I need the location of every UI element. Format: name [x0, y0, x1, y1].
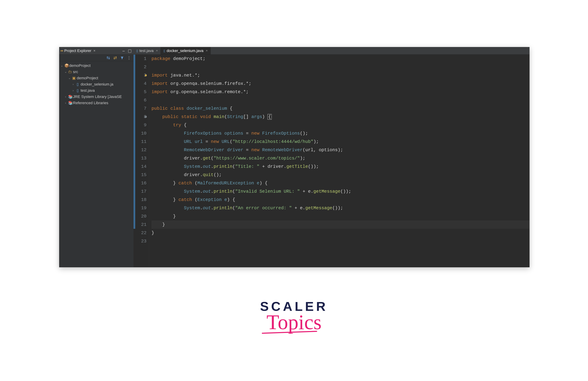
- code-line[interactable]: RemoteWebDriver driver = new RemoteWebDr…: [151, 146, 529, 154]
- project-explorer-title: Project Explorer: [64, 49, 91, 53]
- code-line[interactable]: import java.net.*;: [151, 71, 529, 79]
- code-line[interactable]: [151, 237, 529, 245]
- line-number: 7: [133, 104, 147, 113]
- code-line[interactable]: try {: [151, 121, 529, 129]
- code-line[interactable]: System.out.println("Invalid Selenium URL…: [151, 187, 529, 196]
- code-line[interactable]: }: [151, 220, 529, 229]
- tree-node-icon: 📚: [68, 100, 72, 106]
- expand-arrow-icon[interactable]: ⌄: [68, 75, 71, 81]
- filter-icon[interactable]: [120, 56, 125, 60]
- line-number: 6: [133, 96, 147, 104]
- line-number: 18: [133, 196, 147, 204]
- line-number: 13: [133, 154, 147, 162]
- tab-label: docker_selenium.java: [167, 49, 203, 53]
- code-line[interactable]: public class docker_selenium {: [151, 104, 529, 113]
- code-line[interactable]: package demoProject;: [151, 55, 529, 63]
- line-number: 5: [133, 88, 147, 96]
- tree-node-label: test.java: [81, 87, 95, 94]
- code-line[interactable]: [151, 63, 529, 71]
- close-icon[interactable]: ×: [93, 49, 96, 53]
- tree-node-icon: ▯: [76, 81, 80, 87]
- line-number: 1: [133, 55, 147, 63]
- code-line[interactable]: driver.quit();: [151, 171, 529, 179]
- expand-arrow-icon[interactable]: ⌄: [60, 62, 63, 69]
- java-file-icon: ▯: [164, 49, 165, 53]
- maximize-icon[interactable]: ▢: [127, 48, 132, 53]
- line-number: 19: [133, 204, 147, 212]
- code-editor[interactable]: package demoProject; import java.net.*;i…: [149, 55, 529, 267]
- line-number: 23: [133, 237, 147, 245]
- tree-item-src[interactable]: ⌄🗀src: [60, 69, 132, 75]
- editor-tab-bar: ▯test.java×▯docker_selenium.java×: [133, 47, 529, 55]
- tree-node-label: demoProject: [69, 62, 91, 69]
- tree-node-icon: 📚: [68, 94, 72, 100]
- line-number: 10: [133, 129, 147, 137]
- tree-item-docker-selenium-ja[interactable]: ›▯docker_selenium.ja: [60, 81, 132, 87]
- logo-text-topics: Topics: [260, 310, 328, 334]
- scaler-topics-logo: SCALER Topics: [260, 299, 328, 334]
- code-line[interactable]: System.out.println("An error occurred: "…: [151, 204, 529, 212]
- line-number: 17: [133, 187, 147, 196]
- project-tree: ⌄📦demoProject⌄🗀src⌄▣demoProject›▯docker_…: [59, 61, 133, 108]
- minimize-icon[interactable]: ‒: [121, 48, 126, 53]
- tree-item-test-java[interactable]: ›▯test.java: [60, 87, 132, 94]
- code-line[interactable]: System.out.println("Title: " + driver.ge…: [151, 162, 529, 171]
- link-editor-icon[interactable]: ⇄: [113, 56, 118, 60]
- editor-tab-test-java[interactable]: ▯test.java×: [133, 47, 161, 55]
- code-line[interactable]: FirefoxOptions options = new FirefoxOpti…: [151, 129, 529, 137]
- editor-area: ▯test.java×▯docker_selenium.java× 123456…: [133, 47, 529, 267]
- tree-node-label: docker_selenium.ja: [81, 81, 113, 87]
- expand-arrow-icon[interactable]: ›: [64, 100, 67, 106]
- java-file-icon: ▯: [136, 49, 138, 53]
- code-line[interactable]: }: [151, 212, 529, 220]
- code-line[interactable]: import org.openqa.selenium.firefox.*;: [151, 79, 529, 88]
- code-line[interactable]: driver.get("https://www.scaler.com/topic…: [151, 154, 529, 162]
- code-line[interactable]: public static void main(String[] args) {: [151, 113, 529, 121]
- view-menu-icon[interactable]: ⋮: [126, 56, 131, 60]
- tree-node-icon: ▯: [76, 87, 80, 94]
- expand-arrow-icon[interactable]: ⌄: [64, 69, 67, 75]
- line-number: 2: [133, 63, 147, 71]
- code-line[interactable]: } catch (MalformedURLException e) {: [151, 179, 529, 187]
- line-number-gutter: 1234567891011121314151617181920212223: [133, 55, 149, 267]
- tree-item-demoproject[interactable]: ⌄▣demoProject: [60, 75, 132, 81]
- tree-node-icon: 📦: [64, 62, 68, 69]
- tree-node-icon: ▣: [72, 75, 76, 81]
- line-number: 9: [133, 121, 147, 129]
- code-line[interactable]: [151, 96, 529, 104]
- ide-window: ▪▪ Project Explorer × ‒ ▢ ⇆ ⇄ ⋮ ⌄📦demoPr…: [59, 47, 529, 267]
- method-marker-icon[interactable]: [145, 116, 147, 118]
- code-line[interactable]: }: [151, 229, 529, 237]
- line-number: 4: [133, 79, 147, 88]
- tree-item-referenced-libraries[interactable]: ›📚Referenced Libraries: [60, 100, 132, 106]
- line-number: 12: [133, 146, 147, 154]
- tree-item-demoproject[interactable]: ⌄📦demoProject: [60, 62, 132, 69]
- line-number: 3: [133, 71, 147, 79]
- expand-arrow-icon[interactable]: ›: [64, 94, 67, 100]
- tree-node-label: demoProject: [77, 75, 98, 81]
- project-explorer-header: ▪▪ Project Explorer × ‒ ▢: [59, 47, 133, 55]
- tab-label: test.java: [139, 49, 154, 53]
- project-explorer-icon: ▪▪: [61, 49, 63, 53]
- tree-node-label: JRE System Library [JavaSE: [73, 94, 122, 100]
- line-number: 16: [133, 179, 147, 187]
- project-explorer-panel: ▪▪ Project Explorer × ‒ ▢ ⇆ ⇄ ⋮ ⌄📦demoPr…: [59, 47, 133, 267]
- line-number: 14: [133, 162, 147, 171]
- code-line[interactable]: URL url = new URL("http://localhost:4444…: [151, 137, 529, 146]
- warning-marker-icon[interactable]: [145, 74, 147, 76]
- close-tab-icon[interactable]: ×: [155, 49, 158, 53]
- code-line[interactable]: import org.openqa.selenium.remote.*;: [151, 88, 529, 96]
- tree-node-label: Referenced Libraries: [73, 100, 108, 106]
- line-number: 8: [133, 113, 147, 121]
- editor-body: 1234567891011121314151617181920212223 pa…: [133, 55, 529, 267]
- collapse-all-icon[interactable]: ⇆: [106, 56, 111, 60]
- tree-node-icon: 🗀: [68, 69, 72, 75]
- line-number: 21: [133, 220, 147, 229]
- editor-tab-docker_selenium-java[interactable]: ▯docker_selenium.java×: [161, 47, 210, 55]
- tree-item-jre-system-library-javase[interactable]: ›📚JRE System Library [JavaSE: [60, 94, 132, 100]
- close-tab-icon[interactable]: ×: [205, 49, 208, 53]
- code-line[interactable]: } catch (Exception e) {: [151, 196, 529, 204]
- expand-arrow-icon[interactable]: ›: [72, 87, 75, 94]
- expand-arrow-icon[interactable]: ›: [72, 81, 75, 87]
- line-number: 20: [133, 212, 147, 220]
